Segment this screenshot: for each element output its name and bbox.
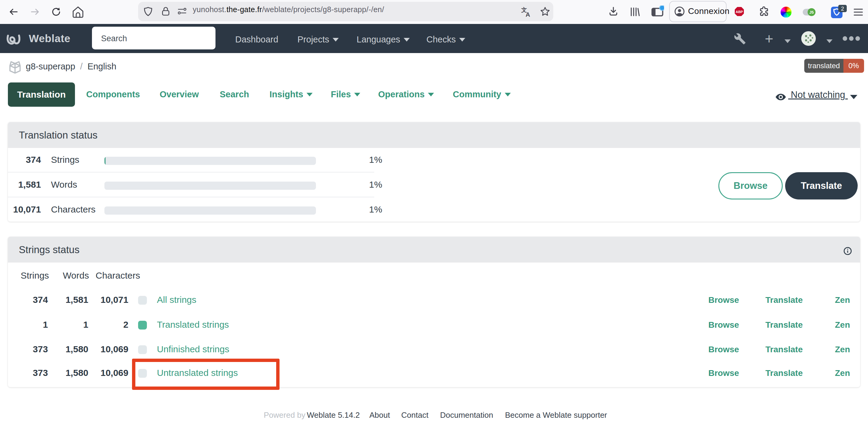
svg-text:J5: J5: [809, 10, 814, 14]
svg-text:ABP: ABP: [736, 10, 743, 14]
svg-text:A: A: [526, 11, 530, 18]
svg-text:2: 2: [841, 6, 844, 12]
